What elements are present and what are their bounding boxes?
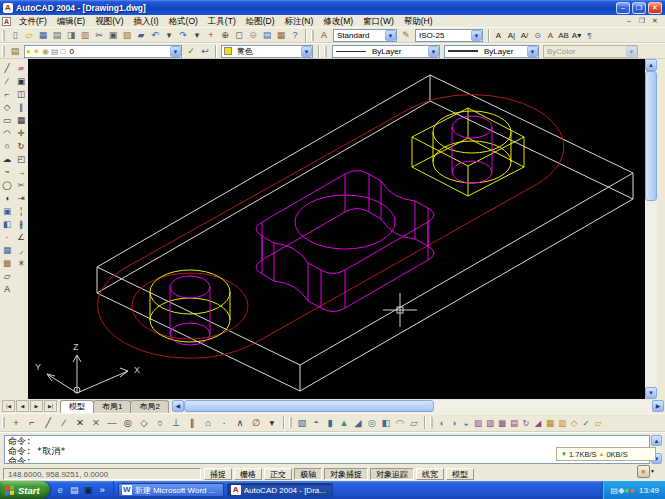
check-button[interactable]: ✓ <box>580 416 592 430</box>
snap-endpoint-button[interactable]: ╱ <box>40 415 56 431</box>
toolbar-grip[interactable] <box>289 417 292 428</box>
toolbar-grip[interactable] <box>430 417 433 428</box>
copy-button[interactable]: ▣ <box>106 28 120 42</box>
child-minimize-button[interactable]: – <box>624 17 634 25</box>
toolbar-grip[interactable] <box>324 46 327 57</box>
menu-item[interactable]: 修改(M) <box>318 15 358 27</box>
sphere-solid-button[interactable]: ◓ <box>309 415 323 431</box>
tab-next-button[interactable]: ▶ <box>30 400 43 412</box>
chevron-down-icon[interactable]: ▼ <box>170 46 181 57</box>
osnap-toggle[interactable]: 对象捕捉 <box>324 468 368 480</box>
find-text-button[interactable]: ⊙ <box>531 28 544 42</box>
wedge-solid-button[interactable]: ◢ <box>351 415 365 431</box>
chevron-down-icon[interactable]: ▼ <box>527 46 538 57</box>
app-icon[interactable]: A <box>3 3 13 13</box>
tab-model[interactable]: 模型 <box>60 400 94 413</box>
help-button[interactable]: ? <box>288 28 302 42</box>
quicklaunch-show-desktop-icon[interactable]: ▤ <box>68 483 81 497</box>
plot-preview-button[interactable]: ◨ <box>64 28 78 42</box>
text-style-button[interactable]: A <box>317 28 331 42</box>
region-button[interactable]: ▱ <box>1 269 14 282</box>
polygon-button[interactable]: ◇ <box>1 100 14 113</box>
menu-item[interactable]: 窗口(W) <box>358 15 399 27</box>
scale-text-button[interactable]: AB <box>557 28 570 42</box>
zoom-realtime-button[interactable]: ⊕ <box>218 28 232 42</box>
union-button[interactable]: ◐ <box>436 416 448 430</box>
child-close-button[interactable]: ✕ <box>650 17 660 25</box>
vertical-scroll-thumb[interactable] <box>645 71 657 201</box>
rotate-button[interactable]: ↻ <box>15 139 28 152</box>
spline-button[interactable]: ~ <box>1 165 14 178</box>
monitor-bubble-icon[interactable]: ● <box>637 465 650 478</box>
tray-input-method-icon[interactable]: ▤ <box>611 486 619 495</box>
quicklaunch-overflow-chevron[interactable]: » <box>96 483 109 497</box>
revision-cloud-button[interactable]: ☁ <box>1 152 14 165</box>
minimize-button[interactable]: – <box>616 2 630 14</box>
tab-first-button[interactable]: |◀ <box>2 400 15 412</box>
edit-text-button[interactable]: A/ <box>518 28 531 42</box>
polar-toggle[interactable]: 极轴 <box>294 468 322 480</box>
snap-apparent-intersection-button[interactable]: ✕ <box>88 415 104 431</box>
scroll-left-icon[interactable]: ◀ <box>172 400 184 412</box>
offset-faces-button[interactable]: ▩ <box>496 416 508 430</box>
scroll-right-icon[interactable]: ▶ <box>652 400 664 412</box>
single-line-text-button[interactable]: A| <box>505 28 518 42</box>
snap-intersection-button[interactable]: ✕ <box>72 415 88 431</box>
extrude-button[interactable]: ◧ <box>379 415 393 431</box>
text-style-manager-button[interactable]: A <box>544 28 557 42</box>
break-button[interactable]: ∦ <box>15 217 28 230</box>
otrack-toggle[interactable]: 对象追踪 <box>370 468 414 480</box>
polyline-button[interactable]: ⌐ <box>1 87 14 100</box>
zoom-window-button[interactable]: ◻ <box>232 28 246 42</box>
cut-button[interactable]: ✂ <box>92 28 106 42</box>
lineweight-combo[interactable]: ByLayer ▼ <box>444 45 539 58</box>
snap-none-button[interactable]: ∅ <box>248 415 264 431</box>
gradient-button[interactable]: ▩ <box>1 256 14 269</box>
tray-alert-icon[interactable]: ● <box>629 486 634 495</box>
linetype-combo[interactable]: ByLayer ▼ <box>332 45 440 58</box>
save-button[interactable]: ▦ <box>36 28 50 42</box>
toolbar-grip[interactable] <box>2 30 5 41</box>
text-style-combo[interactable]: Standard ▼ <box>333 29 397 42</box>
scroll-down-icon[interactable]: ▼ <box>645 387 657 399</box>
tab-layout2[interactable]: 布局2 <box>130 400 168 413</box>
move-faces-button[interactable]: ▨ <box>484 416 496 430</box>
array-button[interactable]: ▦ <box>15 113 28 126</box>
temporary-track-point-button[interactable]: + <box>8 415 24 431</box>
scroll-up-icon[interactable]: ▲ <box>645 59 657 71</box>
command-history[interactable]: 命令:命令: *取消*命令: <box>4 435 650 464</box>
erase-button[interactable]: ▰ <box>15 61 28 74</box>
cylinder-solid-button[interactable]: ▮ <box>323 415 337 431</box>
toolbar-grip[interactable] <box>2 46 5 57</box>
drawing-canvas[interactable]: Z X Y <box>28 59 645 399</box>
imprint-button[interactable]: ▱ <box>592 416 604 430</box>
undo-button[interactable]: ↶ <box>148 28 162 42</box>
copy-object-button[interactable]: ▣ <box>15 74 28 87</box>
chevron-down-icon[interactable]: ▼ <box>471 30 482 41</box>
cone-solid-button[interactable]: ▲ <box>337 415 351 431</box>
redo-dropdown[interactable]: ▾ <box>190 28 204 42</box>
fillet-button[interactable]: ◞ <box>15 243 28 256</box>
trim-button[interactable]: ✂ <box>15 178 28 191</box>
lineweight-toggle[interactable]: 线宽 <box>416 468 444 480</box>
match-properties-button[interactable]: ▰ <box>134 28 148 42</box>
layer-properties-button[interactable]: ▤ <box>8 44 22 58</box>
start-button[interactable]: Start <box>0 481 50 499</box>
snap-midpoint-button[interactable]: ∕ <box>56 415 72 431</box>
designcenter-button[interactable]: ▦ <box>274 28 288 42</box>
construction-line-button[interactable]: ∕ <box>1 74 14 87</box>
ellipse-button[interactable]: ◯ <box>1 178 14 191</box>
move-button[interactable]: ✛ <box>15 126 28 139</box>
snap-nearest-button[interactable]: ∧ <box>232 415 248 431</box>
model-toggle[interactable]: 模型 <box>446 468 474 480</box>
subtract-button[interactable]: ◑ <box>448 416 460 430</box>
network-monitor-tray-icon[interactable]: ● ▼ <box>637 463 657 479</box>
circle-button[interactable]: ○ <box>1 139 14 152</box>
layer-combo[interactable]: ●☀◉▤□ 0 ▼ <box>24 45 182 58</box>
ortho-toggle[interactable]: 正交 <box>264 468 292 480</box>
snap-tangent-button[interactable]: ○ <box>152 415 168 431</box>
rectangle-button[interactable]: ▭ <box>1 113 14 126</box>
revolve-button[interactable]: ◠ <box>393 415 407 431</box>
dim-style-button[interactable]: ✎ <box>399 28 413 42</box>
snap-parallel-button[interactable]: ∥ <box>184 415 200 431</box>
